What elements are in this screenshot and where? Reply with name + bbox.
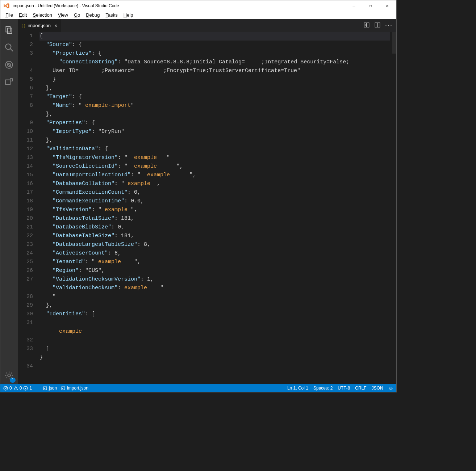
status-encoding[interactable]: UTF-8 (338, 386, 350, 391)
svg-point-2 (5, 44, 11, 49)
svg-rect-0 (6, 26, 10, 32)
svg-line-3 (10, 49, 13, 51)
code-content[interactable]: { "Source": { "Properties": { "Connectio… (39, 32, 392, 384)
status-warnings-count: 0 (20, 386, 22, 391)
status-spaces[interactable]: Spaces: 2 (313, 386, 333, 391)
extensions-icon[interactable] (0, 73, 18, 91)
search-icon[interactable] (0, 39, 18, 56)
tab-import-json[interactable]: { } import.json × (18, 19, 61, 32)
status-errors-count: 0 (9, 386, 12, 391)
settings-gear-icon[interactable] (0, 367, 18, 384)
menu-debug[interactable]: Debug (83, 12, 103, 18)
menu-selection[interactable]: Selection (30, 12, 55, 18)
code-editor[interactable]: 1234567891011121314151617181920212223242… (18, 32, 396, 384)
more-actions-icon[interactable]: ··· (385, 22, 393, 29)
json-file-icon: { } (21, 23, 25, 28)
svg-line-5 (6, 62, 12, 68)
tab-label: import.json (28, 23, 51, 28)
debug-icon[interactable] (0, 56, 18, 73)
status-task[interactable]: json | import.json (43, 386, 88, 391)
svg-rect-11 (367, 23, 369, 27)
vscode-logo-icon (3, 3, 10, 9)
line-number-gutter: 1234567891011121314151617181920212223242… (18, 32, 39, 384)
svg-rect-8 (10, 79, 13, 81)
menu-tasks[interactable]: Tasks (103, 12, 120, 18)
close-tab-icon[interactable]: × (54, 23, 57, 29)
svg-rect-7 (5, 80, 10, 85)
status-task-label: json (49, 386, 57, 391)
status-info-count: 1 (29, 386, 32, 391)
status-problems[interactable]: 0 0 1 (3, 386, 32, 391)
menu-view[interactable]: View (55, 12, 71, 18)
status-task-file: import.json (67, 386, 88, 391)
status-language[interactable]: JSON (372, 386, 383, 391)
svg-rect-1 (8, 28, 12, 34)
menu-file[interactable]: File (3, 12, 16, 18)
status-cursor[interactable]: Ln 1, Col 1 (287, 386, 308, 391)
menu-edit[interactable]: Edit (16, 12, 30, 18)
window-title: import.json - Untitled (Workspace) - Vis… (13, 3, 346, 8)
title-bar: import.json - Untitled (Workspace) - Vis… (0, 0, 396, 11)
minimap[interactable] (392, 32, 396, 384)
tab-actions: ··· (363, 19, 396, 32)
activity-bar (0, 19, 18, 384)
feedback-icon[interactable]: ☺ (388, 385, 393, 391)
minimize-button[interactable]: ─ (346, 0, 362, 11)
main-area: { } import.json × ··· 123456789101112131… (0, 19, 396, 384)
explorer-icon[interactable] (0, 21, 18, 39)
editor-group: { } import.json × ··· 123456789101112131… (18, 19, 396, 384)
status-eol[interactable]: CRLF (355, 386, 366, 391)
menu-go[interactable]: Go (71, 12, 83, 18)
menu-bar: File Edit Selection View Go Debug Tasks … (0, 11, 396, 19)
menu-help[interactable]: Help (121, 12, 136, 18)
tab-bar: { } import.json × ··· (18, 19, 396, 32)
svg-point-9 (8, 374, 11, 377)
compare-changes-icon[interactable] (363, 22, 370, 29)
maximize-button[interactable]: □ (362, 0, 379, 11)
close-window-button[interactable]: ✕ (379, 0, 396, 11)
svg-rect-21 (62, 387, 65, 390)
split-editor-icon[interactable] (374, 22, 381, 29)
svg-rect-20 (43, 387, 47, 390)
svg-rect-10 (364, 23, 366, 27)
status-bar: 0 0 1 json | import.json Ln 1, Col 1 Spa… (0, 384, 396, 392)
